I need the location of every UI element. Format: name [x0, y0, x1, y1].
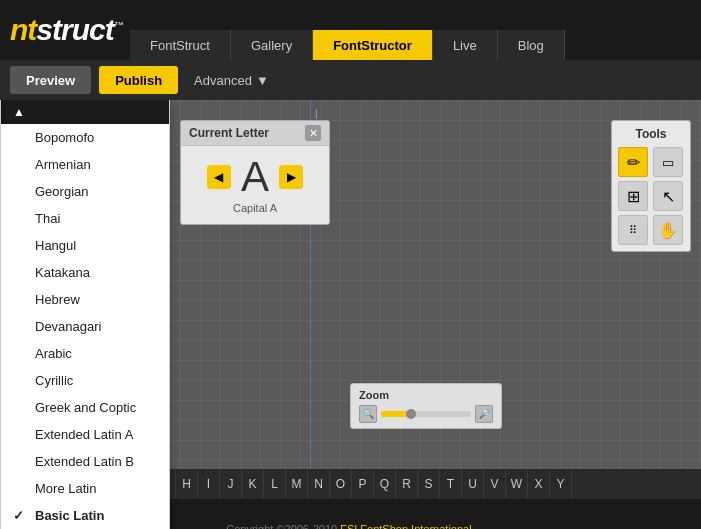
- toolbar: Preview Publish Advanced ▼: [0, 60, 701, 100]
- popup-header: Current Letter ✕: [181, 121, 329, 146]
- grid-ruler: |: [315, 108, 318, 119]
- charset-item-more-latin[interactable]: More Latin: [1, 475, 169, 502]
- alpha-letter-V[interactable]: V: [484, 469, 506, 499]
- alpha-letter-N[interactable]: N: [308, 469, 330, 499]
- check-hebrew: [13, 292, 27, 307]
- eraser-icon: ▭: [662, 155, 674, 170]
- letter-display: A: [241, 156, 269, 198]
- dots-tool[interactable]: ⠿: [618, 215, 648, 245]
- alpha-letter-Y[interactable]: Y: [550, 469, 572, 499]
- alpha-letter-L[interactable]: L: [264, 469, 286, 499]
- grid-icon: ⊞: [627, 187, 640, 206]
- alpha-letter-H[interactable]: H: [176, 469, 198, 499]
- fsi-link[interactable]: FSI FontShop International: [340, 523, 471, 529]
- zoom-in-icon: 🔎: [479, 409, 490, 419]
- alpha-letter-X[interactable]: X: [528, 469, 550, 499]
- letter-prev-button[interactable]: ◀: [207, 165, 231, 189]
- nav-tabs: FontStruct Gallery FontStructor Live Blo…: [0, 30, 701, 60]
- charset-panel-header[interactable]: ▲: [1, 100, 169, 124]
- pointer-tool[interactable]: ↖: [653, 181, 683, 211]
- popup-title: Current Letter: [189, 126, 269, 140]
- chevron-down-icon: ▼: [256, 73, 269, 88]
- current-letter-popup: Current Letter ✕ ◀ A ▶ Capital A: [180, 120, 330, 225]
- charset-item-katakana[interactable]: Katakana: [1, 259, 169, 286]
- letter-label: Capital A: [233, 202, 277, 214]
- alpha-letter-U[interactable]: U: [462, 469, 484, 499]
- charset-panel: ▲ Bopomofo Armenian Georgian Thai Hangul…: [0, 100, 170, 529]
- zoom-controls: 🔍 🔎: [359, 405, 493, 423]
- hand-tool[interactable]: ✋: [653, 215, 683, 245]
- tab-blog[interactable]: Blog: [498, 30, 565, 60]
- check-georgian: [13, 184, 27, 199]
- preview-button[interactable]: Preview: [10, 66, 91, 94]
- tools-grid: ✏ ▭ ⊞ ↖ ⠿ ✋: [618, 147, 684, 245]
- letter-next-button[interactable]: ▶: [279, 165, 303, 189]
- alpha-letter-M[interactable]: M: [286, 469, 308, 499]
- check-extended-latin-a: [13, 427, 27, 442]
- alpha-letter-S[interactable]: S: [418, 469, 440, 499]
- charset-item-hangul[interactable]: Hangul: [1, 232, 169, 259]
- alpha-letter-J[interactable]: J: [220, 469, 242, 499]
- alpha-letter-P[interactable]: P: [352, 469, 374, 499]
- check-more-latin: [13, 481, 27, 496]
- alpha-letter-I[interactable]: I: [198, 469, 220, 499]
- publish-button[interactable]: Publish: [99, 66, 178, 94]
- pointer-icon: ↖: [662, 187, 675, 206]
- top-bar: ntstruct™ FontStruct Gallery FontStructo…: [0, 0, 701, 60]
- copyright-text: Copyright ©2006-2010 FSI FontShop Intern…: [226, 523, 474, 529]
- zoom-track[interactable]: [381, 411, 471, 417]
- check-cyrillic: [13, 373, 27, 388]
- grid-tool[interactable]: ⊞: [618, 181, 648, 211]
- charset-item-extended-latin-b[interactable]: Extended Latin B: [1, 448, 169, 475]
- advanced-dropdown-trigger[interactable]: Advanced ▼: [186, 73, 277, 88]
- charset-item-extended-latin-a[interactable]: Extended Latin A: [1, 421, 169, 448]
- charset-item-bopomofo[interactable]: Bopomofo: [1, 124, 169, 151]
- zoom-fill: [381, 411, 408, 417]
- charset-item-thai[interactable]: Thai: [1, 205, 169, 232]
- charset-item-greek-coptic[interactable]: Greek and Coptic: [1, 394, 169, 421]
- check-arabic: [13, 346, 27, 361]
- tab-gallery[interactable]: Gallery: [231, 30, 313, 60]
- check-hangul: [13, 238, 27, 253]
- zoom-out-icon: 🔍: [363, 409, 374, 419]
- alpha-letter-W[interactable]: W: [506, 469, 528, 499]
- zoom-in-button[interactable]: 🔎: [475, 405, 493, 423]
- charset-item-armenian[interactable]: Armenian: [1, 151, 169, 178]
- pencil-icon: ✏: [627, 153, 640, 172]
- letter-nav: ◀ A ▶: [191, 156, 319, 198]
- check-greek-coptic: [13, 400, 27, 415]
- pencil-tool[interactable]: ✏: [618, 147, 648, 177]
- popup-body: ◀ A ▶ Capital A: [181, 146, 329, 224]
- tools-panel: Tools ✏ ▭ ⊞ ↖ ⠿ ✋: [611, 120, 691, 252]
- zoom-out-button[interactable]: 🔍: [359, 405, 377, 423]
- alpha-letter-T[interactable]: T: [440, 469, 462, 499]
- check-katakana: [13, 265, 27, 280]
- alpha-letter-O[interactable]: O: [330, 469, 352, 499]
- tab-fontstructor[interactable]: FontStructor: [313, 30, 433, 60]
- check-armenian: [13, 157, 27, 172]
- tab-live[interactable]: Live: [433, 30, 498, 60]
- zoom-container: Zoom 🔍 🔎: [350, 383, 502, 429]
- tools-header: Tools: [618, 127, 684, 141]
- alpha-letter-Q[interactable]: Q: [374, 469, 396, 499]
- dots-icon: ⠿: [629, 224, 637, 237]
- main-area: ▲ Bopomofo Armenian Georgian Thai Hangul…: [0, 100, 701, 469]
- hand-icon: ✋: [658, 221, 678, 240]
- popup-close-button[interactable]: ✕: [305, 125, 321, 141]
- alpha-letter-R[interactable]: R: [396, 469, 418, 499]
- charset-item-basic-latin[interactable]: ✓ Basic Latin: [1, 502, 169, 529]
- charset-item-devanagari[interactable]: Devanagari: [1, 313, 169, 340]
- charset-item-arabic[interactable]: Arabic: [1, 340, 169, 367]
- check-thai: [13, 211, 27, 226]
- charset-item-hebrew[interactable]: Hebrew: [1, 286, 169, 313]
- charset-item-georgian[interactable]: Georgian: [1, 178, 169, 205]
- check-extended-latin-b: [13, 454, 27, 469]
- charset-item-cyrillic[interactable]: Cyrillic: [1, 367, 169, 394]
- eraser-tool[interactable]: ▭: [653, 147, 683, 177]
- tab-fontstruct[interactable]: FontStruct: [130, 30, 231, 60]
- check-bopomofo: [13, 130, 27, 145]
- alpha-letter-K[interactable]: K: [242, 469, 264, 499]
- zoom-thumb[interactable]: [406, 409, 416, 419]
- charset-trigger-arrow: ▲: [13, 105, 25, 119]
- advanced-label: Advanced: [194, 73, 252, 88]
